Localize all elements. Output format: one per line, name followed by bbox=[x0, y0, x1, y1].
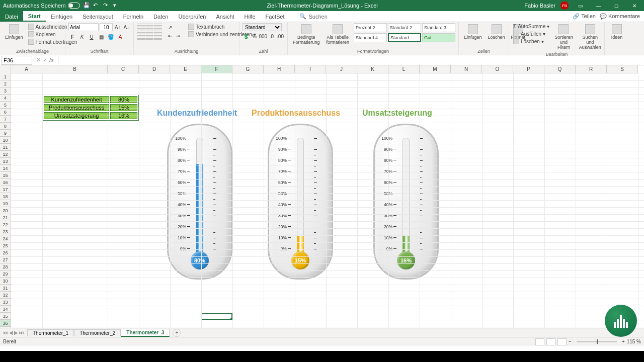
col-header-I[interactable]: I bbox=[295, 65, 326, 73]
row-header-14[interactable]: 14 bbox=[0, 165, 11, 172]
alignment-grid[interactable] bbox=[137, 23, 162, 40]
undo-icon[interactable]: ↶ bbox=[93, 2, 100, 9]
row-header-7[interactable]: 7 bbox=[0, 116, 11, 123]
col-header-C[interactable]: C bbox=[108, 65, 139, 73]
user-avatar[interactable]: FB bbox=[560, 2, 569, 10]
data-table[interactable]: Kundenzufriedenheit80% Produktionsaussch… bbox=[42, 95, 139, 121]
row-header-31[interactable]: 31 bbox=[0, 285, 11, 292]
col-header-A[interactable]: A bbox=[11, 65, 42, 73]
row-header-4[interactable]: 4 bbox=[0, 95, 11, 102]
row-header-20[interactable]: 20 bbox=[0, 207, 11, 214]
sheet-tab-1[interactable]: Thermometer_1 bbox=[27, 329, 74, 336]
row-header-5[interactable]: 5 bbox=[0, 102, 11, 109]
close-icon[interactable]: ✕ bbox=[628, 1, 641, 10]
col-header-Q[interactable]: Q bbox=[544, 65, 576, 73]
find-select-button[interactable]: Suchen und Auswählen bbox=[577, 23, 603, 51]
row-header-2[interactable]: 2 bbox=[0, 80, 11, 87]
col-header-N[interactable]: N bbox=[451, 65, 482, 73]
col-header-G[interactable]: G bbox=[232, 65, 264, 73]
row-header-18[interactable]: 18 bbox=[0, 193, 11, 200]
conditional-formatting-button[interactable]: Bedingte Formatierung bbox=[291, 23, 322, 46]
row-header-32[interactable]: 32 bbox=[0, 292, 11, 299]
row-header-28[interactable]: 28 bbox=[0, 263, 11, 270]
underline-button[interactable]: U bbox=[88, 33, 96, 41]
cell-styles-gallery[interactable]: Prozent 2 Standard 2 Standard 3 Standard… bbox=[354, 23, 455, 42]
increase-decimal-icon[interactable]: .0 bbox=[268, 32, 275, 40]
sheet-nav-prev-icon[interactable]: ◀ bbox=[9, 330, 13, 335]
comments-button[interactable]: 💬 Kommentare bbox=[600, 13, 640, 20]
user-name[interactable]: Fabio Basler bbox=[524, 3, 555, 9]
row-header-1[interactable]: 1 bbox=[0, 73, 11, 80]
row-header-9[interactable]: 9 bbox=[0, 130, 11, 137]
tab-factset[interactable]: FactSet bbox=[261, 11, 290, 22]
tab-review[interactable]: Überprüfen bbox=[173, 11, 211, 22]
row-header-36[interactable]: 36 bbox=[0, 320, 11, 327]
row-header-35[interactable]: 35 bbox=[0, 313, 11, 320]
save-icon[interactable]: 💾 bbox=[83, 2, 90, 9]
row-header-10[interactable]: 10 bbox=[0, 137, 11, 144]
number-format-select[interactable]: Standard bbox=[243, 23, 282, 31]
row-header-3[interactable]: 3 bbox=[0, 87, 11, 95]
worksheet-grid[interactable]: ABCDEFGHIJKLMNOPQRS 12345678910111213141… bbox=[0, 65, 644, 328]
share-button[interactable]: 🔗 Teilen bbox=[573, 13, 596, 20]
row-header-11[interactable]: 11 bbox=[0, 144, 11, 151]
orientation-button[interactable]: ↗ bbox=[166, 23, 174, 31]
row-header-27[interactable]: 27 bbox=[0, 256, 11, 263]
tab-view[interactable]: Ansicht bbox=[211, 11, 239, 22]
row-header-8[interactable]: 8 bbox=[0, 123, 11, 130]
page-layout-view-button[interactable] bbox=[546, 338, 555, 345]
enter-formula-icon[interactable]: ✓ bbox=[43, 57, 47, 63]
row-header-19[interactable]: 19 bbox=[0, 200, 11, 207]
decrease-indent-icon[interactable]: ⇤ bbox=[166, 32, 174, 40]
formula-input[interactable] bbox=[58, 56, 644, 65]
font-size-input[interactable] bbox=[100, 23, 113, 31]
fx-icon[interactable]: fx bbox=[49, 57, 54, 63]
percent-button[interactable]: % bbox=[251, 32, 258, 40]
font-name-input[interactable] bbox=[68, 23, 99, 31]
page-break-view-button[interactable] bbox=[557, 338, 567, 345]
col-header-B[interactable]: B bbox=[42, 65, 108, 73]
format-as-table-button[interactable]: Als Tabelle formatieren bbox=[324, 23, 352, 46]
sheet-tab-2[interactable]: Thermometer_2 bbox=[74, 329, 121, 336]
comma-button[interactable]: 000 bbox=[259, 32, 267, 40]
fill-color-button[interactable]: 🪣 bbox=[107, 33, 115, 41]
increase-indent-icon[interactable]: ⇥ bbox=[174, 32, 182, 40]
col-header-M[interactable]: M bbox=[420, 65, 451, 73]
normal-view-button[interactable] bbox=[535, 338, 544, 345]
row-header-37[interactable]: 37 bbox=[0, 327, 11, 328]
ideas-button[interactable]: Ideen bbox=[608, 23, 626, 41]
row-header-13[interactable]: 13 bbox=[0, 158, 11, 165]
border-button[interactable]: ▦ bbox=[97, 33, 105, 41]
row-header-21[interactable]: 21 bbox=[0, 214, 11, 221]
name-box[interactable] bbox=[1, 56, 32, 65]
sheet-tab-3[interactable]: Thermometer_3 bbox=[121, 329, 170, 337]
col-header-E[interactable]: E bbox=[170, 65, 201, 73]
italic-button[interactable]: K bbox=[78, 33, 86, 41]
fill-button[interactable]: Ausfüllen ▾ bbox=[512, 30, 550, 37]
insert-cells-button[interactable]: Einfügen bbox=[462, 23, 484, 41]
row-header-12[interactable]: 12 bbox=[0, 151, 11, 158]
row-header-6[interactable]: 6 bbox=[0, 109, 11, 116]
delete-cells-button[interactable]: Löschen bbox=[486, 23, 507, 41]
font-color-button[interactable]: A bbox=[116, 33, 124, 41]
autosave-toggle[interactable]: Automatisches Speichern bbox=[3, 3, 80, 9]
sheet-nav-first-icon[interactable]: ⏮ bbox=[3, 330, 8, 335]
sort-filter-button[interactable]: Sortieren und Filtern bbox=[552, 23, 575, 51]
redo-icon[interactable]: ↷ bbox=[103, 2, 110, 9]
ribbon-display-icon[interactable]: ▭ bbox=[574, 1, 587, 10]
col-header-R[interactable]: R bbox=[576, 65, 607, 73]
sheet-nav-next-icon[interactable]: ▶ bbox=[14, 330, 18, 335]
qat-customize-icon[interactable]: ▾ bbox=[113, 2, 120, 9]
row-header-23[interactable]: 23 bbox=[0, 228, 11, 235]
col-header-L[interactable]: L bbox=[388, 65, 420, 73]
minimize-icon[interactable]: — bbox=[592, 1, 605, 10]
zoom-out-button[interactable]: − bbox=[569, 339, 572, 344]
decrease-font-icon[interactable]: A↓ bbox=[123, 23, 131, 31]
col-header-P[interactable]: P bbox=[513, 65, 544, 73]
sheet-nav-last-icon[interactable]: ⏭ bbox=[19, 330, 24, 335]
new-sheet-button[interactable]: + bbox=[173, 329, 181, 337]
row-header-29[interactable]: 29 bbox=[0, 270, 11, 278]
tab-start[interactable]: Start bbox=[23, 11, 46, 22]
row-header-22[interactable]: 22 bbox=[0, 221, 11, 228]
active-cell[interactable] bbox=[201, 313, 232, 320]
